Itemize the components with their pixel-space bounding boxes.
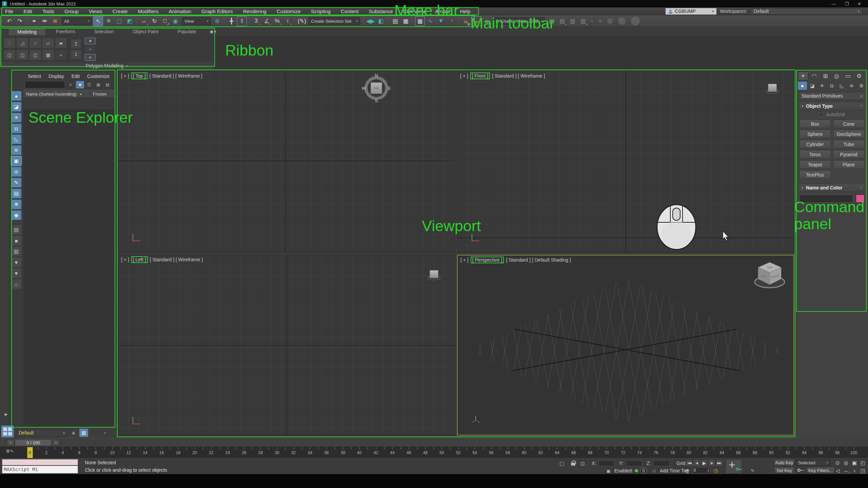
rectangular-selection-region-button[interactable]: ▢ [114, 16, 124, 26]
detail-view-button[interactable]: ▥ [11, 247, 21, 256]
display-containers-toggle[interactable]: ⊛ [11, 167, 21, 177]
ribbon-collapse-icon[interactable]: ▣ ▾ [210, 29, 216, 34]
menu-group[interactable]: Group [59, 7, 84, 15]
shapes-category[interactable]: ◪ [808, 82, 817, 90]
viewcube-3d[interactable]: TOP LEFT FRONT [751, 260, 789, 292]
brush-preset-icon[interactable]: ✎ [751, 468, 754, 473]
explorer-menu-customize[interactable]: Customize [84, 74, 113, 79]
preview-subobject-button[interactable]: ◫ [16, 49, 28, 60]
viewcube-compass[interactable]: N E S W TOP [362, 74, 390, 102]
menu-rendering[interactable]: Rendering [238, 7, 272, 15]
isolate-pin-button[interactable]: ⌖ [85, 54, 96, 61]
modify-tab[interactable]: ◠ [809, 72, 820, 80]
viewport-name-left[interactable]: [ Left ] [131, 256, 148, 263]
compass-north[interactable]: N [375, 73, 378, 78]
ribbon-group-header[interactable]: Polygon Modeling ▾ [0, 62, 214, 69]
display-space-warps-toggle[interactable]: ≋ [11, 145, 21, 155]
keyboard-shortcut-override-button[interactable]: ⇧ [237, 16, 247, 26]
x-coordinate-field[interactable] [598, 460, 615, 466]
schematic-view-button[interactable]: ▼ [436, 16, 446, 26]
toggle-layer-explorer-button[interactable]: ▦ [401, 16, 411, 26]
project-tool-3-button[interactable]: ▥ [568, 16, 577, 26]
object-type-sphere[interactable]: Sphere [799, 130, 831, 138]
account-dropdown[interactable]: CGBUMP ▾ [666, 8, 716, 15]
display-helpers-toggle[interactable]: ◺ [11, 135, 21, 144]
viewport-left[interactable]: [ + ] [ Left ] [ Standard ] [ Wireframe … [118, 255, 455, 435]
brush-preset-5-icon[interactable] [631, 17, 640, 25]
manage-layers-button[interactable]: ≡ [69, 429, 78, 437]
ribbon-drag-handle[interactable] [1, 29, 3, 66]
panel-expand-arrow-icon[interactable]: ▶ [5, 412, 7, 416]
go-to-start-button[interactable]: |◀◀ [686, 460, 693, 466]
ribbon-tab-modeling[interactable]: Modeling [8, 28, 46, 35]
restore-button[interactable]: ❐ [845, 1, 849, 6]
mirror-button[interactable]: ◀▶ [366, 16, 375, 26]
systems-category[interactable]: ⚙ [857, 82, 866, 90]
minimize-button[interactable]: — [831, 1, 836, 6]
explorer-search-input[interactable] [25, 81, 65, 88]
project-tool-4-button[interactable]: ▥● [578, 16, 588, 26]
zoom-extents-button[interactable]: ▣ [850, 459, 859, 466]
viewport-menu-plus[interactable]: [ + ] [460, 257, 469, 263]
y-coordinate-field[interactable] [626, 460, 642, 466]
selection-lock-icon[interactable] [571, 463, 575, 466]
constrain-edge-button[interactable]: ▦ [42, 49, 54, 60]
frame-nudge-icon[interactable]: ◀▶ [685, 468, 690, 472]
zoom-extents-all-button[interactable]: ◰ [859, 459, 867, 466]
overflow-chevrons-icon[interactable]: » [104, 430, 106, 435]
unlink-selection-button[interactable]: ⚮ [40, 16, 50, 26]
viewport-shading-label[interactable]: [ Standard ] [ Default Shading ] [506, 257, 571, 263]
hierarchy-tab[interactable]: ⊞ [820, 72, 831, 80]
field-of-view-button[interactable]: ◁ [833, 467, 842, 474]
primitive-category-dropdown[interactable]: Standard Primitives ▾ [798, 92, 865, 100]
enabled-count-chip[interactable]: 0 [640, 468, 647, 473]
select-and-rotate-button[interactable]: ↻ [150, 16, 159, 26]
brush-preset-2-icon[interactable] [598, 19, 602, 23]
pin-stack-button[interactable]: ⌖ [85, 46, 96, 53]
absolute-mode-icon[interactable]: ⊡ [580, 461, 585, 467]
menu-edit[interactable]: Edit [18, 7, 37, 15]
menu-arnold[interactable]: Arnold [430, 7, 455, 15]
select-and-move-button[interactable]: ↔↕ [139, 16, 149, 26]
viewport-menu-plus[interactable]: [ + ] [121, 73, 129, 79]
column-header-name[interactable]: Name (Sorted Ascending) ▲ [23, 92, 90, 97]
cameras-category[interactable]: ◘ [827, 82, 836, 90]
previous-modifier-button[interactable]: ↧ [71, 50, 81, 59]
menu-customize[interactable]: Customize [272, 7, 306, 15]
object-color-swatch[interactable] [856, 195, 865, 203]
viewport-menu-plus[interactable]: [ + ] [460, 73, 468, 79]
toolbar-drag-handle[interactable] [1, 16, 3, 26]
viewcube-top-face[interactable]: TOP [371, 82, 382, 94]
brush-preset-3-icon[interactable] [607, 18, 613, 24]
bind-to-space-warp-button[interactable]: ≋ [50, 16, 60, 26]
display-lights-toggle[interactable]: ☀ [11, 113, 21, 122]
display-geometry-toggle[interactable]: ● [11, 91, 21, 101]
maxscript-mini-listener[interactable] [2, 459, 78, 465]
filter-results-button[interactable]: ▼ [76, 81, 84, 88]
select-object-button[interactable]: ↖ [93, 16, 103, 26]
redo-button[interactable]: ↷ [15, 16, 25, 26]
viewcube-mini[interactable] [768, 84, 777, 92]
menu-scripting[interactable]: Scripting [306, 7, 336, 15]
project-folder-dropdown[interactable]: C:\Users\...\Max 2022▾ [493, 17, 545, 25]
menu-modifiers[interactable]: Modifiers [133, 7, 164, 15]
object-type-box[interactable]: Box [799, 120, 831, 128]
object-name-field[interactable] [799, 195, 853, 203]
select-by-name-button[interactable]: ≡ [104, 16, 114, 26]
maximize-viewport-toggle-button[interactable]: ◳ [859, 467, 867, 474]
window-crossing-button[interactable]: ◩ [125, 16, 135, 26]
reference-coordinate-system-dropdown[interactable]: View▾ [182, 17, 211, 25]
auto-key-button[interactable]: Auto Key [774, 459, 794, 466]
edit-named-selection-sets-button[interactable]: {✎} [297, 16, 307, 26]
set-keys-button[interactable]: + [726, 459, 742, 474]
filter-settings-button[interactable]: ▼ [11, 258, 21, 267]
next-frame-arrow[interactable]: > [52, 439, 60, 446]
menu-substance[interactable]: Substance [364, 7, 398, 15]
autogrid-checkbox[interactable] [819, 113, 823, 117]
name-color-rollout-header[interactable]: ▾ Name and Color ∷ [798, 184, 865, 192]
render-production-button[interactable]: ☕⚡ [482, 16, 492, 26]
edge-mode-button[interactable]: ◿ [16, 38, 28, 48]
mini-curve-editor-button[interactable]: ≣∿ [6, 448, 14, 453]
menu-views[interactable]: Views [84, 7, 107, 15]
active-layer-dropdown[interactable]: Default ▾ [16, 429, 67, 437]
